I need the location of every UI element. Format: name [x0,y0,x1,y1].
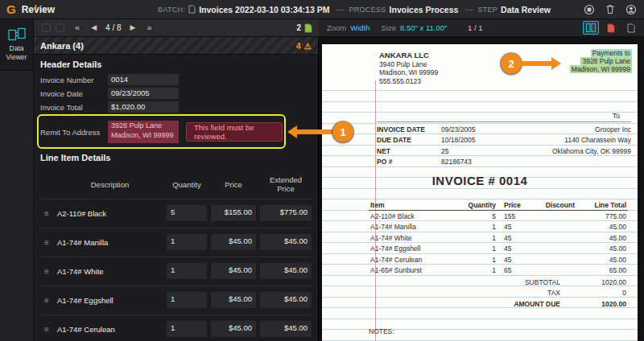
row-drag-handle-icon[interactable]: ≡ [40,296,53,305]
invoice-table-row: A1-74# Manilla 1 45 45.00 [369,222,628,233]
viewer-toolbar-actions [583,21,639,35]
zoom-mode-dropdown[interactable]: Width [350,23,369,32]
quantity-cell: 1 [464,256,502,264]
layout-view-button[interactable] [583,21,599,35]
column-price: Price [211,180,256,189]
field-row-remit-to-address: Remit To Address 3928 Pulp Lane Madison,… [40,121,283,143]
item-cell: A1-74# White [369,234,464,242]
notes-label: NOTES: [369,327,394,335]
price-cell[interactable]: $45.00 [211,321,256,337]
field-label: Invoice Date [40,89,108,98]
row-drag-handle-icon[interactable]: ≡ [40,267,53,276]
amount-due-value: 1020.00 [576,300,626,308]
sidebar-tab-data-viewer[interactable]: Data Viewer [0,19,33,71]
invoice-number-input[interactable]: 0014 [108,74,179,85]
trash-icon[interactable] [604,3,617,16]
quantity-cell[interactable]: 1 [167,263,207,279]
extended-price-cell[interactable]: $45.00 [260,263,312,279]
line-total-cell: 775.00 [580,212,628,220]
price-cell[interactable]: $45.00 [211,263,256,279]
step-label: STEP [477,6,497,14]
table-row: ≡ A2-110# Black 5 $155.00 $775.00 [40,199,312,228]
meta-value: 25 [441,147,522,155]
extended-price-cell[interactable]: $45.00 [260,292,312,308]
line-total-cell: 45.00 [580,244,628,253]
last-document-button[interactable]: » [147,23,151,32]
meta-label: NET [377,147,441,155]
description-cell[interactable]: A1-74# Cerulean [57,325,163,334]
remit-to-address-input[interactable]: 3928 Pulp Lane Madison, WI 99999 [108,121,179,143]
table-row: ≡ A1-74# White 1 $45.00 $45.00 [40,257,312,286]
extended-price-cell[interactable]: $45.00 [260,321,312,337]
description-cell[interactable]: A1-74# Eggshell [57,296,163,305]
quantity-cell[interactable]: 1 [167,321,207,337]
quantity-cell[interactable]: 1 [167,234,207,250]
document-viewer[interactable]: ANKARA LLC 3940 Pulp Lane Madison, WI 99… [319,37,644,341]
line-total-cell: 45.00 [580,256,628,264]
pdf-export-icon[interactable] [603,21,619,35]
field-row-invoice-total: Invoice Total $1,020.00 [40,101,312,113]
line-total-cell: 45.00 [580,234,628,242]
invoice-page-image[interactable]: ANKARA LLC 3940 Pulp Lane Madison, WI 99… [322,44,638,341]
callout-2-badge: 2 [501,53,522,74]
invoice-date-input[interactable]: 09/23/2005 [108,88,179,99]
price-cell[interactable]: $45.00 [211,292,256,308]
user-icon[interactable] [625,3,638,16]
extended-price-cell[interactable]: $775.00 [260,205,312,221]
tax-row: TAX 0 [485,288,626,299]
invoice-total-input[interactable]: $1,020.00 [108,101,179,113]
subtotal-value: 1020.00 [576,278,626,286]
description-cell[interactable]: A1-74# Manilla [57,238,163,247]
top-bar: G Review BATCH: Invoices 2022-03-10 03:3… [0,0,644,19]
invoice-title: INVOICE # 0014 [322,174,638,187]
meta-row: NET 25 Oklahoma City, OK 99999 [377,146,631,157]
callout-arrow-icon [551,57,561,70]
callout-1-badge: 1 [332,121,353,142]
item-cell: A1-74# Eggshell [369,244,464,253]
bill-to-line: Grooper Inc [595,125,631,134]
quantity-cell[interactable]: 5 [167,205,207,221]
row-drag-handle-icon[interactable]: ≡ [40,238,53,247]
invoice-table-row: A1-74# Eggshell 1 45 45.00 [369,244,628,255]
document-nav-toolbar: « ◀ 4 / 8 ▶ » 2 [34,19,319,37]
folder-header[interactable]: Ankara (4) 4 ⚠ [34,37,318,55]
field-label: Invoice Number [40,76,108,84]
folder-warning-group: 4 ⚠ [296,41,312,51]
first-document-button[interactable]: « [75,23,80,32]
data-entry-panel: Ankara (4) 4 ⚠ Header Details Invoice Nu… [34,37,319,341]
payments-to-label: Payments to [591,49,632,57]
quantity-cell[interactable]: 1 [167,292,207,308]
batch-name: Invoices 2022-03-10 03:34:13 PM [199,5,329,14]
column-item: Item [369,201,464,209]
next-document-button[interactable]: ▶ [130,24,136,31]
bill-to-line: 1140 Charassein Way [564,136,631,144]
extended-price-cell[interactable]: $45.00 [260,234,312,250]
field-row-invoice-date: Invoice Date 09/23/2005 [40,88,312,99]
line-item-table-header: Description Quantity Price Extended Pric… [40,172,312,199]
warning-count: 4 [296,41,301,51]
app-title: Review [22,4,55,15]
document-count: 2 [296,23,301,32]
batch-icon [188,5,196,14]
description-cell[interactable]: A1-74# White [57,267,163,276]
row-drag-handle-icon[interactable]: ≡ [40,209,53,218]
image-page-icon[interactable] [623,21,639,35]
collapse-panel-icon[interactable] [56,23,64,32]
expand-panel-icon[interactable] [42,23,51,32]
callout-2: 2 [501,53,561,74]
line-item-details-title: Line Item Details [40,153,312,162]
alert-badge: ! [34,2,37,14]
panel-body: Header Details Invoice Number 0014 Invoi… [34,55,318,341]
row-drag-handle-icon[interactable]: ≡ [40,325,53,334]
stop-review-icon[interactable] [583,3,596,16]
bill-to-line: Oklahoma City, OK 99999 [552,147,631,155]
field-review-message: This field must be reviewed. [186,122,283,142]
description-cell[interactable]: A2-110# Black [57,209,163,218]
left-sidebar: Data Viewer [0,19,34,341]
price-cell[interactable]: $155.00 [211,205,256,221]
price-cell[interactable]: $45.00 [211,234,256,250]
previous-document-button[interactable]: ◀ [91,24,97,31]
invoice-totals: SUBTOTAL 1020.00 TAX 0 AMOUNT DUE 1020.0… [485,277,626,310]
amount-due-label: AMOUNT DUE [485,300,576,308]
page-size-value[interactable]: 8.50" x 11.00" [400,23,447,32]
